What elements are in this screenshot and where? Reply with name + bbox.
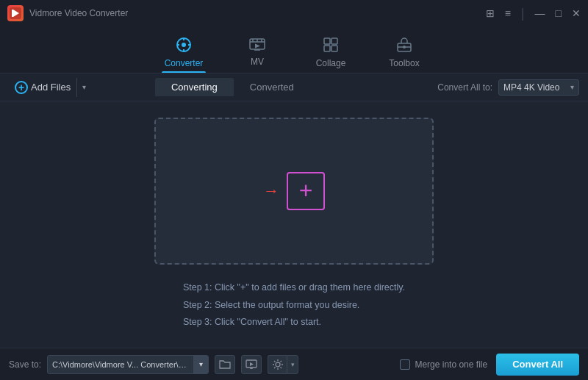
menu-button[interactable]: ≡: [505, 7, 511, 19]
merge-checkbox[interactable]: [400, 359, 410, 370]
svg-point-22: [403, 46, 406, 49]
tab-collage[interactable]: Collage: [294, 32, 368, 73]
app-logo: [7, 5, 24, 21]
svg-marker-14: [255, 43, 260, 48]
title-bar-controls: ⊞ ≡ | — □ ✕: [486, 7, 581, 20]
title-text: Vidmore Video Converter: [29, 8, 128, 18]
collage-icon: [323, 37, 339, 55]
drop-zone[interactable]: → +: [154, 118, 434, 265]
tab-converter[interactable]: Converter: [147, 32, 220, 73]
bottom-right: Merge into one file Convert All: [400, 354, 579, 376]
converter-icon: [176, 37, 192, 55]
toolbox-tab-label: Toolbox: [389, 58, 419, 68]
close-button[interactable]: ✕: [572, 7, 581, 19]
sub-tab-converting[interactable]: Converting: [155, 78, 234, 96]
svg-rect-19: [331, 46, 337, 51]
svg-point-27: [276, 362, 280, 367]
add-file-plus-button[interactable]: +: [287, 172, 325, 210]
collage-tab-label: Collage: [316, 58, 346, 68]
tab-mv[interactable]: MV: [220, 32, 294, 73]
convert-all-to-label: Convert All to:: [437, 82, 492, 93]
open-folder-button[interactable]: [215, 355, 235, 374]
settings-button[interactable]: [268, 355, 287, 374]
drop-zone-inner: → +: [263, 172, 325, 210]
format-value: MP4 4K Video: [503, 82, 560, 93]
converter-tab-label: Converter: [165, 58, 204, 68]
format-select[interactable]: MP4 4K Video ▾: [498, 79, 579, 96]
maximize-button[interactable]: □: [556, 7, 562, 19]
sub-toolbar: + Add Files ▾ Converting Converted Conve…: [0, 74, 588, 101]
tab-toolbox[interactable]: Toolbox: [368, 32, 441, 73]
sub-tabs: Converting Converted: [155, 78, 310, 96]
title-bar: Vidmore Video Converter ⊞ ≡ | — □ ✕: [0, 0, 588, 26]
gear-group: ▾: [268, 355, 298, 374]
convert-all-to: Convert All to: MP4 4K Video ▾: [437, 79, 579, 96]
svg-rect-2: [12, 10, 13, 17]
minimize-button[interactable]: —: [535, 7, 545, 19]
title-bar-left: Vidmore Video Converter: [7, 5, 128, 21]
instructions: Step 1: Click "+" to add files or drag t…: [168, 279, 420, 331]
mv-tab-label: MV: [251, 57, 264, 67]
save-to-label: Save to:: [9, 359, 41, 370]
add-files-label: Add Files: [31, 82, 71, 93]
instruction-1: Step 1: Click "+" to add files or drag t…: [183, 279, 405, 297]
svg-rect-16: [324, 38, 330, 44]
instruction-3: Step 3: Click "Convert All" to start.: [183, 314, 405, 331]
add-files-dropdown[interactable]: ▾: [76, 78, 91, 97]
format-dropdown-icon: ▾: [570, 83, 574, 91]
gear-dropdown[interactable]: ▾: [287, 355, 298, 374]
convert-all-button[interactable]: Convert All: [496, 354, 579, 376]
add-files-button[interactable]: + Add Files: [9, 78, 76, 97]
instruction-2: Step 2: Select the output format you des…: [183, 297, 405, 315]
svg-rect-18: [324, 46, 330, 51]
svg-point-4: [182, 43, 186, 47]
save-path-dropdown[interactable]: ▾: [193, 355, 208, 374]
add-files-icon: +: [15, 81, 28, 94]
merge-into-one-file[interactable]: Merge into one file: [400, 359, 487, 370]
mv-icon: [249, 38, 265, 54]
merge-label: Merge into one file: [415, 359, 487, 370]
nav-tabs: Converter MV Collage: [0, 26, 588, 74]
svg-rect-17: [331, 38, 337, 44]
toolbox-icon: [396, 37, 412, 55]
grid-button[interactable]: ⊞: [486, 7, 495, 19]
svg-marker-26: [250, 362, 254, 366]
arrow-right-icon: →: [263, 182, 279, 201]
save-path-box: C:\Vidmore\Vidmore V... Converter\Conver…: [47, 355, 209, 374]
sub-tab-converted[interactable]: Converted: [234, 78, 310, 96]
save-path-text: C:\Vidmore\Vidmore V... Converter\Conver…: [48, 360, 193, 369]
bottom-bar: Save to: C:\Vidmore\Vidmore V... Convert…: [0, 348, 588, 380]
main-content: → + Step 1: Click "+" to add files or dr…: [0, 101, 588, 348]
preview-button[interactable]: [241, 355, 262, 374]
